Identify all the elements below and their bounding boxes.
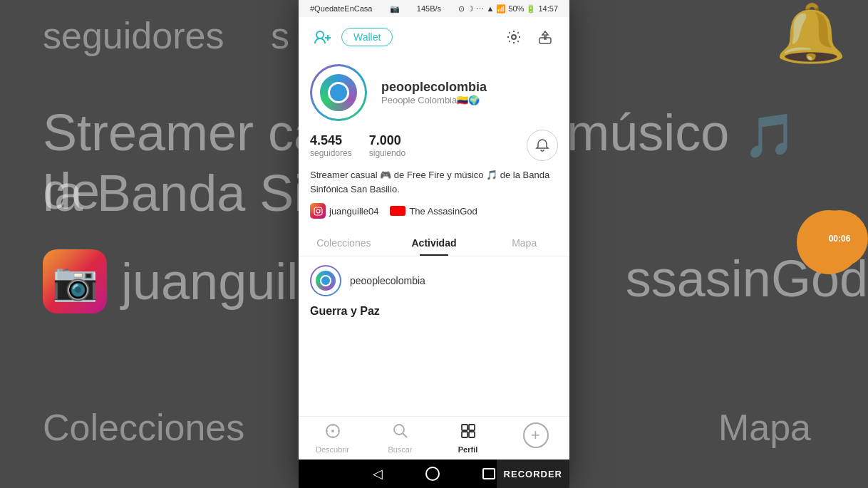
tab-colecciones[interactable]: Colecciones <box>299 230 389 256</box>
svg-point-0 <box>316 31 324 38</box>
bg-bell-icon: 🔔 <box>775 0 847 67</box>
svg-rect-5 <box>314 207 322 215</box>
plus-icon: + <box>523 422 549 448</box>
nav-buscar[interactable]: Buscar <box>366 417 434 460</box>
add-person-button[interactable] <box>310 24 336 50</box>
descubrir-label: Descubrir <box>316 445 349 454</box>
tabs: Colecciones Actividad Mapa <box>299 230 569 256</box>
wallet-button[interactable]: Wallet <box>341 28 393 46</box>
tab-actividad[interactable]: Actividad <box>389 230 480 256</box>
share-button[interactable] <box>532 24 558 50</box>
status-battery: 50% <box>508 4 524 13</box>
status-bar: #QuedateEnCasa 📷 145B/s ⊙ ☽ ⋯ ▲ 📶 50% 🔋 … <box>299 0 569 17</box>
grid-icon <box>460 422 477 444</box>
compass-icon <box>324 422 341 444</box>
status-hashtag: #QuedateEnCasa <box>310 4 372 13</box>
status-battery-icon: 🔋 <box>526 4 536 14</box>
svg-point-3 <box>512 35 516 39</box>
svg-rect-13 <box>462 425 467 430</box>
activity-username: peooplecolombia <box>350 275 425 286</box>
bg-mapa-text: Mapa <box>718 406 811 449</box>
android-nav-bar: ◁ RECORDER <box>299 460 569 488</box>
svg-point-11 <box>394 425 404 435</box>
status-time: 14:57 <box>538 4 558 13</box>
bell-button[interactable] <box>527 130 558 161</box>
svg-rect-4 <box>539 38 551 43</box>
avatar <box>310 64 367 121</box>
status-camera: 📷 <box>390 4 400 14</box>
svg-line-12 <box>403 433 407 437</box>
bg-s-text: s <box>271 14 289 57</box>
instagram-icon <box>310 203 326 219</box>
svg-point-10 <box>331 430 334 432</box>
followers-count: 4.545 <box>310 133 342 148</box>
bg-instagram-row: 📷 juanguille <box>43 249 338 313</box>
svg-rect-15 <box>462 432 467 437</box>
activity-avatar <box>310 265 341 296</box>
home-button[interactable] <box>425 467 440 481</box>
svg-rect-14 <box>469 425 475 430</box>
followers-stat: 4.545 seguidores <box>310 133 352 158</box>
bottom-nav: Descubrir Buscar <box>299 416 569 460</box>
settings-button[interactable] <box>501 24 527 50</box>
bio-text: Streamer casual 🎮 de Free Fire y músico … <box>310 168 558 196</box>
profile-realname: Peoople Colombia🇨🇴🌍 <box>381 95 558 105</box>
profile-section: peooplecolombia Peoople Colombia🇨🇴🌍 4.54… <box>299 57 569 230</box>
buscar-label: Buscar <box>388 445 412 454</box>
search-icon <box>392 422 409 444</box>
svg-marker-8 <box>397 209 401 213</box>
profile-username: peooplecolombia <box>381 80 558 95</box>
phone-frame: #QuedateEnCasa 📷 145B/s ⊙ ☽ ⋯ ▲ 📶 50% 🔋 … <box>299 0 569 488</box>
recents-button[interactable] <box>482 468 495 479</box>
youtube-icon <box>390 206 405 216</box>
svg-point-7 <box>319 208 321 209</box>
youtube-channel: The AssasinGod <box>409 206 477 217</box>
activity-feed: peooplecolombia Guerra y Paz <box>299 256 569 416</box>
back-button[interactable]: ◁ <box>373 466 383 482</box>
following-label: siguiendo <box>369 148 405 158</box>
top-bar: Wallet <box>299 17 569 57</box>
nav-perfil[interactable]: Perfil <box>434 417 502 460</box>
following-stat: 7.000 siguiendo <box>369 133 405 158</box>
app-content: Wallet <box>299 17 569 488</box>
nav-descubrir[interactable]: Descubrir <box>299 417 366 460</box>
nav-plus[interactable]: + <box>502 417 569 460</box>
bg-seguidores-text: seguidores <box>43 14 224 57</box>
tab-mapa[interactable]: Mapa <box>479 230 569 256</box>
bg-colecciones-text: Colecciones <box>43 406 244 449</box>
bg-instagram-icon: 📷 <box>43 249 107 313</box>
instagram-handle: juanguille04 <box>329 206 378 217</box>
status-speed: 145B/s <box>417 4 441 13</box>
status-icons: ⊙ ☽ ⋯ ▲ 📶 <box>458 4 506 14</box>
following-count: 7.000 <box>369 133 401 148</box>
instagram-link[interactable]: juanguille04 <box>310 203 378 219</box>
bg-timer-badge2: 00:06 <box>811 210 868 267</box>
svg-rect-16 <box>469 432 475 437</box>
followers-label: seguidores <box>310 148 352 158</box>
post-title: Guerra y Paz <box>310 305 558 318</box>
post-item[interactable]: Guerra y Paz <box>310 305 558 318</box>
youtube-link[interactable]: The AssasinGod <box>390 206 477 217</box>
svg-point-6 <box>316 209 320 213</box>
stats-row: 4.545 seguidores 7.000 siguiendo <box>310 130 558 161</box>
perfil-label: Perfil <box>458 445 478 454</box>
social-links: juanguille04 The AssasinGod <box>310 203 558 219</box>
recorder-badge: RECORDER <box>497 460 569 488</box>
list-item: peooplecolombia <box>310 265 558 296</box>
